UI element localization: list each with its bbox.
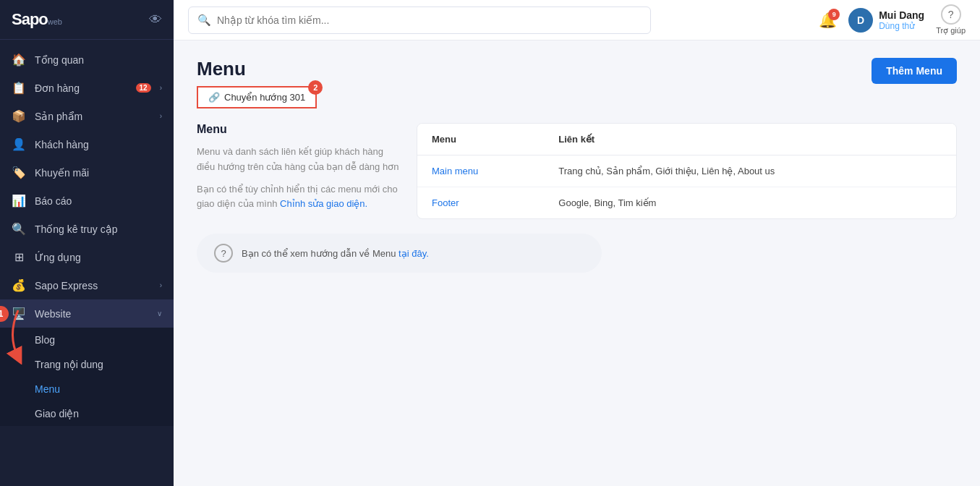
user-name: Mui Dang (879, 9, 924, 21)
sidebar-navigation: 🏠 Tổng quan 📋 Đơn hàng 12 › 📦 Sản phẩm ›… (0, 40, 174, 486)
search-icon: 🔍 (197, 14, 211, 27)
notification-button[interactable]: 🔔 9 (819, 12, 837, 29)
sidebar-logo: Sapoweb 👁 (0, 0, 174, 40)
main-menu-link[interactable]: Main menu (432, 166, 478, 176)
help-button[interactable]: ? Trợ giúp (936, 4, 966, 35)
step1-badge: 1 (0, 306, 9, 322)
avatar: D (848, 8, 873, 33)
step2-badge: 2 (308, 80, 323, 95)
sidebar-label-don-hang: Đơn hàng (35, 82, 127, 94)
sidebar-item-blog[interactable]: Blog (0, 328, 174, 352)
topbar: 🔍 🔔 9 D Mui Dang Dùng thử ? Trợ giúp (174, 0, 980, 40)
info-desc2: Bạn có thể tùy chỉnh hiển thị các menu m… (197, 182, 399, 213)
footer-menu-link[interactable]: Footer (432, 197, 459, 208)
app-icon: ⊞ (12, 250, 26, 264)
page-content: Menu 🔗 Chuyển hướng 301 2 Thêm Menu Menu… (174, 40, 980, 486)
sidebar-item-menu[interactable]: Menu (0, 377, 174, 401)
search-input[interactable] (217, 14, 642, 26)
user-details: Mui Dang Dùng thử (879, 9, 924, 31)
footer-menu-links: Google, Bing, Tim kiếm (544, 187, 956, 219)
blog-label: Blog (35, 334, 55, 346)
hint-link[interactable]: tại đây. (399, 248, 429, 259)
hint-box: ? Bạn có thể xem hướng dẫn về Menu tại đ… (197, 234, 602, 273)
help-icon: ? (941, 4, 961, 25)
website-sub-nav: Blog Trang nội dung Menu Giao diện (0, 328, 174, 426)
sidebar-item-ung-dung[interactable]: ⊞ Ứng dụng (0, 243, 174, 271)
tab-label: Chuyển hướng 301 (224, 92, 305, 103)
order-icon: 📋 (12, 81, 26, 95)
sidebar-label-sapo-express: Sapo Express (35, 280, 151, 291)
col-link-header: Liên kết (544, 124, 956, 155)
chinh-sua-giao-dien-link[interactable]: Chỉnh sửa giao diện. (280, 198, 367, 209)
sidebar-item-khach-hang[interactable]: 👤 Khách hàng (0, 130, 174, 158)
content-grid: Menu Menu và danh sách liên kết giúp khá… (197, 123, 957, 219)
product-icon: 📦 (12, 109, 26, 123)
eye-icon[interactable]: 👁 (149, 12, 162, 27)
menu-table-container: Menu Liên kết Main menu Trang chủ, Sản p… (417, 123, 957, 219)
chevron-icon: › (160, 112, 162, 120)
page-title: Menu (197, 58, 317, 80)
col-menu-header: Menu (417, 124, 544, 155)
giao-dien-label: Giao diện (35, 408, 79, 419)
sidebar-item-thong-ke[interactable]: 🔍 Thống kê truy cập (0, 215, 174, 243)
sidebar-item-khuyen-mai[interactable]: 🏷️ Khuyến mãi (0, 158, 174, 187)
notification-badge: 9 (828, 9, 840, 20)
sidebar-item-website[interactable]: 🖥️ Website ∨ 1 (0, 299, 174, 328)
sidebar-item-sapo-express[interactable]: 💰 Sapo Express › (0, 271, 174, 299)
home-icon: 🏠 (12, 53, 26, 67)
sidebar: Sapoweb 👁 🏠 Tổng quan 📋 Đơn hàng 12 › 📦 … (0, 0, 174, 486)
sidebar-item-giao-dien[interactable]: Giao diện (0, 401, 174, 426)
sidebar-item-san-pham[interactable]: 📦 Sản phẩm › (0, 102, 174, 130)
promo-icon: 🏷️ (12, 166, 26, 179)
hint-text: Bạn có thể xem hướng dẫn về Menu tại đây… (242, 248, 429, 259)
sidebar-item-bao-cao[interactable]: 📊 Báo cáo (0, 187, 174, 215)
table-row: Footer Google, Bing, Tim kiếm (417, 187, 956, 219)
info-panel: Menu Menu và danh sách liên kết giúp khá… (197, 123, 399, 219)
order-badge: 12 (136, 83, 151, 93)
user-trial: Dùng thử (879, 21, 924, 31)
sidebar-label-ung-dung: Ứng dụng (35, 252, 162, 263)
sidebar-item-tong-quan[interactable]: 🏠 Tổng quan (0, 46, 174, 74)
menu-label: Menu (35, 383, 60, 395)
main-menu-links: Trang chủ, Sản phẩm, Giới thiệu, Liên hệ… (544, 155, 956, 187)
menu-table: Menu Liên kết Main menu Trang chủ, Sản p… (417, 124, 956, 218)
chevron-icon: › (160, 84, 162, 92)
customer-icon: 👤 (12, 137, 26, 151)
sidebar-item-don-hang[interactable]: 📋 Đơn hàng 12 › (0, 74, 174, 102)
express-icon: 💰 (12, 278, 26, 292)
add-menu-button[interactable]: Thêm Menu (872, 58, 957, 84)
tab-chuyen-huong[interactable]: 🔗 Chuyển hướng 301 2 (197, 86, 317, 108)
main-content: 🔍 🔔 9 D Mui Dang Dùng thử ? Trợ giúp (174, 0, 980, 486)
tab-bar: 🔗 Chuyển hướng 301 2 (197, 86, 317, 108)
sidebar-label-website: Website (35, 308, 148, 320)
logo: Sapoweb (12, 10, 62, 29)
table-row: Main menu Trang chủ, Sản phẩm, Giới thiệ… (417, 155, 956, 187)
sidebar-label-khach-hang: Khách hàng (35, 139, 162, 150)
topbar-right: 🔔 9 D Mui Dang Dùng thử ? Trợ giúp (819, 4, 966, 35)
hint-icon: ? (214, 244, 233, 263)
sidebar-label-san-pham: Sản phẩm (35, 111, 151, 122)
sidebar-label-bao-cao: Báo cáo (35, 195, 162, 207)
report-icon: 📊 (12, 194, 26, 208)
info-title: Menu (197, 123, 399, 136)
trang-noi-dung-label: Trang nội dung (35, 359, 103, 370)
search-box[interactable]: 🔍 (188, 7, 651, 34)
page-title-area: Menu 🔗 Chuyển hướng 301 2 (197, 58, 317, 108)
info-desc1: Menu và danh sách liên kết giúp khách hà… (197, 145, 399, 175)
website-icon: 🖥️ (12, 307, 26, 320)
sidebar-label-thong-ke: Thống kê truy cập (35, 223, 162, 235)
link-icon: 🔗 (208, 92, 220, 103)
sidebar-item-trang-noi-dung[interactable]: Trang nội dung (0, 352, 174, 377)
sidebar-label-tong-quan: Tổng quan (35, 54, 162, 66)
sidebar-label-khuyen-mai: Khuyến mãi (35, 167, 162, 179)
chevron-icon: › (160, 281, 162, 289)
analytics-icon: 🔍 (12, 222, 26, 236)
chevron-down-icon: ∨ (157, 310, 162, 317)
help-label: Trợ giúp (936, 26, 966, 35)
user-info[interactable]: D Mui Dang Dùng thử (848, 8, 924, 33)
page-header: Menu 🔗 Chuyển hướng 301 2 Thêm Menu (197, 58, 957, 108)
